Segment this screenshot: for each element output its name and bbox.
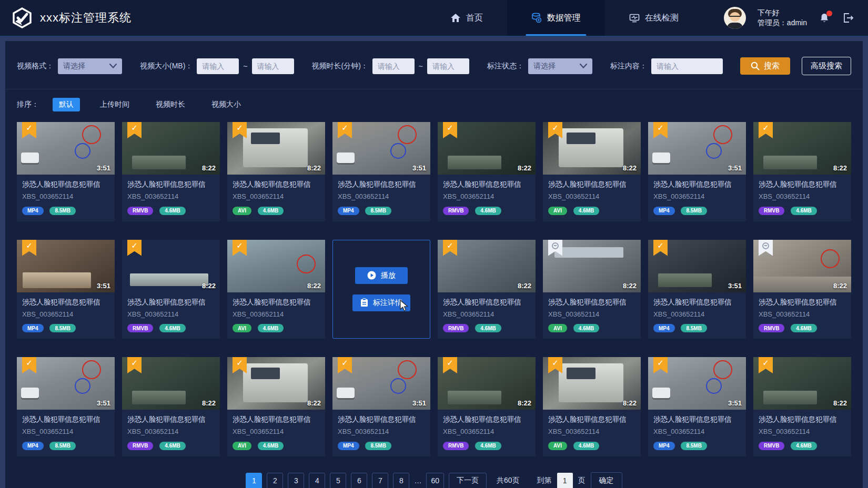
- nav-item-data-management[interactable]: 数据管理: [507, 0, 605, 36]
- selected-check-ribbon[interactable]: ✓: [653, 357, 668, 373]
- video-card[interactable]: ✓ 8:22 涉恐人脸犯罪信息犯罪信 XBS_003652114 RMVB 4.…: [438, 240, 536, 339]
- video-card[interactable]: ✓ 8:22 涉恐人脸犯罪信息犯罪信 XBS_003652114 RMVB 4.…: [438, 122, 536, 221]
- video-card[interactable]: 8:22 涉恐人脸犯罪信息犯罪信 XBS_003652114 AVI 4.6MB: [543, 240, 641, 339]
- page-button[interactable]: 3: [288, 473, 304, 488]
- video-card[interactable]: ✓ 3:51 涉恐人脸犯罪信息犯罪信 XBS_003652114 MP4 8.5…: [332, 357, 430, 456]
- page-button[interactable]: 8: [393, 473, 409, 488]
- video-card[interactable]: 8:22 涉恐人脸犯罪信息犯罪信 XBS_003652114 RMVB 4.6M…: [753, 240, 851, 339]
- selected-check-ribbon[interactable]: ✓: [759, 122, 773, 138]
- logout-button[interactable]: [842, 12, 854, 24]
- sort-option-duration[interactable]: 视频时长: [149, 98, 191, 111]
- page-button[interactable]: 1: [246, 473, 262, 488]
- selected-check-ribbon[interactable]: ✓: [127, 357, 142, 373]
- search-button-label: 搜索: [764, 61, 780, 71]
- duration-min-input[interactable]: [372, 58, 415, 74]
- selected-check-ribbon[interactable]: ✓: [127, 122, 142, 138]
- selected-check-ribbon[interactable]: ✓: [443, 122, 457, 138]
- goto-confirm-button[interactable]: 确定: [591, 472, 622, 488]
- selected-check-ribbon[interactable]: ✓: [338, 357, 352, 373]
- detection-circle-red: [713, 125, 732, 144]
- selected-check-ribbon[interactable]: ✓: [22, 122, 36, 138]
- nav-item-online-detection[interactable]: 在线检测: [605, 0, 703, 36]
- chevron-down-icon: [109, 64, 117, 68]
- sort-option-upload-time[interactable]: 上传时间: [94, 98, 136, 111]
- database-icon: [531, 13, 542, 23]
- video-card[interactable]: ✓ 3:51 涉恐人脸犯罪信息犯罪信 XBS_003652114 MP4 8.5…: [648, 240, 746, 339]
- video-card[interactable]: ✓ 8:22 涉恐人脸犯罪信息犯罪信 XBS_003652114 RMVB 4.…: [753, 357, 851, 456]
- selected-check-ribbon[interactable]: ✓: [233, 357, 247, 373]
- excluded-ribbon[interactable]: [759, 240, 773, 256]
- search-button[interactable]: 搜索: [740, 57, 790, 75]
- play-button[interactable]: 播放: [355, 267, 408, 284]
- notifications-button[interactable]: [819, 12, 830, 24]
- sort-option-size[interactable]: 视频大小: [205, 98, 247, 111]
- video-card[interactable]: ✓ 8:22 涉恐人脸犯罪信息犯罪信 XBS_003652114 AVI 4.6…: [227, 122, 325, 221]
- selected-check-ribbon[interactable]: ✓: [653, 122, 668, 138]
- page-button[interactable]: 5: [330, 473, 346, 488]
- page-button[interactable]: 2: [267, 473, 283, 488]
- video-card[interactable]: ✓ 3:51 涉恐人脸犯罪信息犯罪信 XBS_003652114 MP4 8.5…: [17, 240, 115, 339]
- video-card[interactable]: ✓ 8:22 涉恐人脸犯罪信息犯罪信 XBS_003652114 AVI 4.6…: [227, 357, 325, 456]
- page-ellipsis: …: [414, 473, 421, 488]
- selected-check-ribbon[interactable]: ✓: [127, 240, 142, 256]
- video-card-hovered[interactable]: 播放标注详情: [332, 240, 430, 339]
- video-card[interactable]: ✓ 8:22 涉恐人脸犯罪信息犯罪信 XBS_003652114 RMVB 4.…: [122, 122, 220, 221]
- selected-check-ribbon[interactable]: ✓: [233, 122, 247, 138]
- selected-check-ribbon[interactable]: ✓: [443, 240, 457, 256]
- duration-max-input[interactable]: [427, 58, 469, 74]
- size-badge: 4.6MB: [258, 442, 284, 450]
- annotation-detail-button[interactable]: 标注详情: [352, 294, 410, 311]
- selected-check-ribbon[interactable]: ✓: [548, 357, 562, 373]
- size-badge: 4.6MB: [258, 324, 284, 332]
- page-button[interactable]: 60: [426, 473, 444, 488]
- video-card[interactable]: ✓ 3:51 涉恐人脸犯罪信息犯罪信 XBS_003652114 MP4 8.5…: [648, 122, 746, 221]
- badge-row: RMVB 4.6MB: [127, 441, 215, 450]
- page-button[interactable]: 7: [372, 473, 388, 488]
- excluded-ribbon[interactable]: [548, 240, 562, 256]
- video-card-grid: ✓ 3:51 涉恐人脸犯罪信息犯罪信 XBS_003652114 MP4 8.5…: [5, 111, 863, 456]
- nav-item-home[interactable]: 首页: [426, 0, 507, 36]
- video-id: XBS_003652114: [22, 428, 109, 435]
- video-card[interactable]: ✓ 8:22 涉恐人脸犯罪信息犯罪信 XBS_003652114 RMVB 4.…: [753, 122, 851, 221]
- size-min-input[interactable]: [197, 58, 239, 74]
- selected-check-ribbon[interactable]: ✓: [338, 122, 352, 138]
- video-card[interactable]: ✓ 8:22 涉恐人脸犯罪信息犯罪信 XBS_003652114 AVI 4.6…: [543, 357, 641, 456]
- next-page-button[interactable]: 下一页: [449, 473, 487, 488]
- page-button[interactable]: 6: [351, 473, 367, 488]
- video-card[interactable]: ✓ 8:22 涉恐人脸犯罪信息犯罪信 XBS_003652114 AVI 4.6…: [227, 240, 325, 339]
- annotation-content-input[interactable]: [651, 58, 723, 74]
- video-card[interactable]: ✓ 3:51 涉恐人脸犯罪信息犯罪信 XBS_003652114 MP4 8.5…: [17, 357, 115, 456]
- advanced-search-button[interactable]: 高级搜索: [802, 57, 851, 75]
- video-title: 涉恐人脸犯罪信息犯罪信: [759, 415, 846, 424]
- video-format-select[interactable]: 请选择: [58, 58, 122, 74]
- selected-check-ribbon[interactable]: ✓: [22, 357, 36, 373]
- video-id: XBS_003652114: [127, 310, 215, 318]
- size-badge: 4.6MB: [258, 207, 284, 215]
- selected-check-ribbon[interactable]: ✓: [653, 240, 668, 256]
- video-card[interactable]: ✓ 8:22 涉恐人脸犯罪信息犯罪信 XBS_003652114 AVI 4.6…: [543, 122, 641, 221]
- video-card[interactable]: ✓ 3:51 涉恐人脸犯罪信息犯罪信 XBS_003652114 MP4 8.5…: [648, 357, 746, 456]
- selected-check-ribbon[interactable]: ✓: [443, 357, 457, 373]
- video-card[interactable]: ✓ 8:22 涉恐人脸犯罪信息犯罪信 XBS_003652114 RMVB 4.…: [122, 240, 220, 339]
- page-button[interactable]: 4: [309, 473, 325, 488]
- video-card[interactable]: ✓ 3:51 涉恐人脸犯罪信息犯罪信 XBS_003652114 MP4 8.5…: [332, 122, 430, 221]
- sort-option-default[interactable]: 默认: [53, 98, 80, 111]
- selected-check-ribbon[interactable]: ✓: [233, 240, 247, 256]
- video-id: XBS_003652114: [233, 310, 320, 318]
- selected-check-ribbon[interactable]: ✓: [22, 240, 36, 256]
- filter-label: 标注内容：: [610, 62, 647, 71]
- video-card[interactable]: ✓ 3:51 涉恐人脸犯罪信息犯罪信 XBS_003652114 MP4 8.5…: [17, 122, 115, 221]
- selected-check-ribbon[interactable]: ✓: [759, 357, 773, 373]
- size-badge: 4.6MB: [159, 442, 185, 450]
- size-max-input[interactable]: [252, 58, 294, 74]
- annotation-status-select[interactable]: 请选择: [528, 58, 592, 74]
- select-value: 请选择: [63, 62, 85, 71]
- video-card[interactable]: ✓ 8:22 涉恐人脸犯罪信息犯罪信 XBS_003652114 RMVB 4.…: [122, 357, 220, 456]
- size-badge: 4.6MB: [573, 207, 599, 215]
- goto-page-input[interactable]: [557, 473, 573, 488]
- user-avatar[interactable]: [724, 7, 746, 29]
- video-card[interactable]: ✓ 8:22 涉恐人脸犯罪信息犯罪信 XBS_003652114 RMVB 4.…: [438, 357, 536, 456]
- selected-check-ribbon[interactable]: ✓: [548, 122, 562, 138]
- badge-row: AVI 4.6MB: [548, 206, 635, 215]
- video-thumbnail: ✓ 3:51: [648, 357, 746, 410]
